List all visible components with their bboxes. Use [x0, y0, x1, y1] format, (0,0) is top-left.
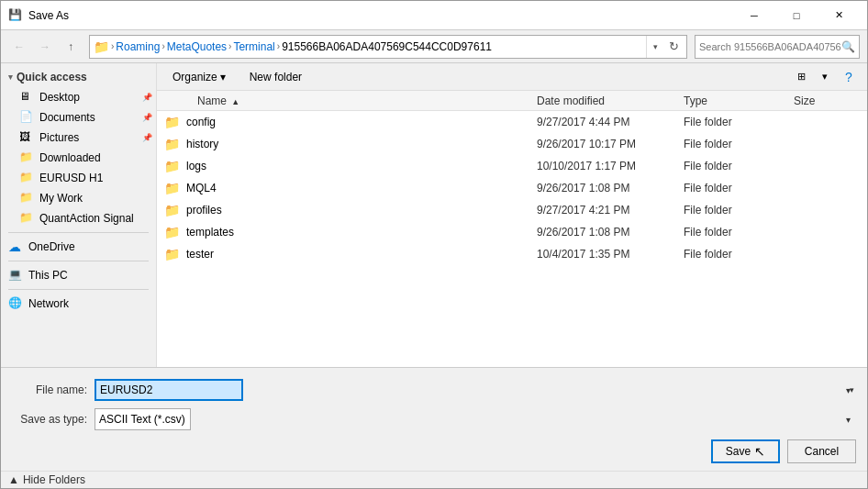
file-date: 10/10/2017 1:17 PM [537, 160, 684, 172]
back-button[interactable]: ← [8, 36, 30, 58]
file-row[interactable]: 📁 profiles 9/27/2017 4:21 PM File folder [157, 199, 867, 221]
sidebar-item-network[interactable]: 🌐 Network [1, 294, 156, 314]
col-name-label: Name [197, 94, 227, 107]
minimize-button[interactable]: ─ [733, 1, 775, 30]
address-breadcrumb: 📁 › Roaming › MetaQuotes › Terminal › 91… [94, 39, 646, 54]
col-header-type[interactable]: Type [684, 94, 794, 107]
button-row: Save ↖ Cancel [1, 434, 867, 471]
address-dropdown[interactable]: ▾ [646, 36, 664, 58]
file-name: logs [186, 160, 537, 172]
filename-input[interactable] [95, 379, 243, 401]
desktop-icon: 🖥 [19, 90, 34, 105]
quantaction-icon: 📁 [19, 211, 34, 226]
breadcrumb-folder-icon: 📁 [94, 39, 109, 54]
sidebar-item-documents[interactable]: 📄 Documents 📌 [1, 107, 156, 128]
cancel-button[interactable]: Cancel [787, 439, 856, 463]
file-type: File folder [684, 138, 794, 150]
address-bar[interactable]: 📁 › Roaming › MetaQuotes › Terminal › 91… [89, 35, 687, 59]
file-type: File folder [684, 226, 794, 239]
col-header-date[interactable]: Date modified [537, 94, 684, 107]
file-list: Name ▲ Date modified Type Size 📁 c [157, 91, 867, 367]
quick-access-header[interactable]: ▾ Quick access [1, 67, 156, 87]
forward-button[interactable]: → [34, 36, 56, 58]
organize-dropdown-icon: ▾ [220, 71, 226, 83]
pin-icon: 📌 [142, 93, 152, 102]
sort-arrow: ▲ [231, 97, 239, 106]
sidebar-item-downloaded[interactable]: 📁 Downloaded [1, 148, 156, 168]
close-button[interactable]: ✕ [818, 1, 860, 30]
window-title: Save As [28, 9, 733, 22]
hide-chevron-icon: ▲ [8, 473, 19, 486]
file-list-header: Name ▲ Date modified Type Size [157, 91, 867, 111]
organize-label: Organize [172, 71, 217, 83]
folder-icon: 📁 [164, 203, 179, 217]
col-header-size[interactable]: Size [794, 94, 867, 107]
sidebar-item-mywork[interactable]: 📁 My Work [1, 188, 156, 208]
divider2 [8, 261, 149, 261]
sep4: › [277, 41, 280, 51]
pin-icon-docs: 📌 [142, 113, 152, 122]
maximize-button[interactable]: □ [775, 1, 818, 30]
file-name: tester [186, 248, 537, 261]
divider1 [8, 232, 149, 233]
sidebar-item-quantaction[interactable]: 📁 QuantAction Signal [1, 208, 156, 228]
search-input[interactable] [699, 41, 841, 52]
folder-icon: 📁 [164, 181, 179, 195]
view-dropdown-button[interactable]: ▾ [814, 66, 836, 88]
file-row[interactable]: 📁 MQL4 9/26/2017 1:08 PM File folder [157, 177, 867, 199]
view-button[interactable]: ⊞ [790, 66, 812, 88]
up-button[interactable]: ↑ [60, 36, 82, 58]
file-date: 9/26/2017 10:17 PM [537, 138, 684, 150]
hide-folders-label: Hide Folders [23, 473, 85, 486]
file-type: File folder [684, 116, 794, 128]
content-area: Organize ▾ New folder ⊞ ▾ ? Name ▲ [157, 63, 867, 367]
hide-folders-button[interactable]: ▲ Hide Folders [8, 473, 85, 486]
sep2: › [161, 41, 164, 51]
col-type-label: Type [684, 94, 707, 107]
sidebar-item-thispc[interactable]: 💻 This PC [1, 265, 156, 285]
mywork-icon: 📁 [19, 191, 34, 206]
file-type: File folder [684, 182, 794, 194]
filetype-select-wrap: ASCII Text (*.csv) [95, 408, 856, 430]
refresh-button[interactable]: ↻ [664, 38, 683, 56]
sidebar-item-downloaded-label: Downloaded [39, 151, 101, 164]
breadcrumb-metaquotes[interactable]: MetaQuotes [167, 40, 227, 53]
col-date-label: Date modified [537, 94, 605, 107]
help-button[interactable]: ? [838, 66, 860, 88]
sidebar-item-onedrive-label: OneDrive [28, 240, 75, 253]
col-header-name[interactable]: Name ▲ [197, 94, 537, 107]
new-folder-button[interactable]: New folder [241, 67, 310, 87]
breadcrumb-roaming[interactable]: Roaming [116, 40, 160, 53]
sidebar-item-quantaction-label: QuantAction Signal [39, 212, 134, 225]
file-row[interactable]: 📁 tester 10/4/2017 1:35 PM File folder [157, 243, 867, 265]
file-row[interactable]: 📁 history 9/26/2017 10:17 PM File folder [157, 133, 867, 155]
sidebar-item-desktop-label: Desktop [39, 91, 80, 104]
search-box[interactable]: 🔍 [695, 35, 860, 59]
window-controls: ─ □ ✕ [733, 1, 860, 30]
file-name: profiles [186, 204, 537, 217]
sidebar-item-desktop[interactable]: 🖥 Desktop 📌 [1, 87, 156, 107]
file-row[interactable]: 📁 logs 10/10/2017 1:17 PM File folder [157, 155, 867, 177]
breadcrumb-terminal[interactable]: Terminal [233, 40, 274, 53]
file-date: 9/26/2017 1:08 PM [537, 226, 684, 239]
file-type: File folder [684, 160, 794, 172]
organize-button[interactable]: Organize ▾ [164, 67, 234, 87]
folder-icon: 📁 [164, 137, 179, 151]
sidebar-item-documents-label: Documents [39, 111, 95, 124]
filetype-select[interactable]: ASCII Text (*.csv) [95, 408, 191, 430]
col-size-label: Size [794, 94, 815, 107]
sidebar-item-eurusd-label: EURUSD H1 [39, 172, 103, 184]
sidebar-section-quick-access: ▾ Quick access 🖥 Desktop 📌 📄 Documents 📌… [1, 67, 156, 228]
view-controls: ⊞ ▾ ? [790, 66, 860, 88]
sep1: › [111, 41, 114, 51]
sidebar-item-eurusd[interactable]: 📁 EURUSD H1 [1, 168, 156, 188]
sidebar-item-pictures[interactable]: 🖼 Pictures 📌 [1, 128, 156, 148]
sidebar-item-pictures-label: Pictures [39, 131, 79, 144]
save-button[interactable]: Save ↖ [711, 439, 780, 463]
sidebar-item-onedrive[interactable]: ☁ OneDrive [1, 237, 156, 257]
folder-icon: 📁 [164, 247, 179, 261]
network-icon: 🌐 [8, 296, 23, 311]
hide-folders-row: ▲ Hide Folders [1, 471, 867, 488]
file-row[interactable]: 📁 config 9/27/2017 4:44 PM File folder [157, 111, 867, 133]
file-row[interactable]: 📁 templates 9/26/2017 1:08 PM File folde… [157, 221, 867, 243]
